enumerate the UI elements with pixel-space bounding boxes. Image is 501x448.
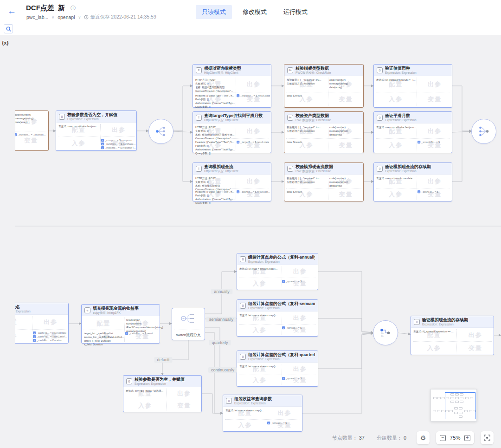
node-heading: 查询模拟现金流HttpClient节点: HttpClient <box>204 164 251 173</box>
project-select[interactable]: pwc_lab... <box>26 14 48 20</box>
node-body: 配置出参入参变量表达式: if(!==$){ throw "请选择... <box>123 387 201 412</box>
flow-node-expr-setfield-clip[interactable]: {}设置字段名Expression: Expression配置出参入参变量Rat… <box>15 303 69 344</box>
zoom-out-button[interactable]: − <box>440 435 446 441</box>
merge-node[interactable] <box>471 119 496 144</box>
node-heading: 设置字段名Expression: Expression <box>15 305 43 313</box>
back-button[interactable]: ← <box>7 6 16 15</box>
output-badge: x_smoothM... = $ <box>418 141 440 143</box>
fit-view-button[interactable] <box>481 431 494 444</box>
flow-node-check-clip[interactable]: 配置出参入参变量code(number) message(string) dat… <box>15 110 49 151</box>
last-saved: 最近保存 2022-06-21 14:35:59 <box>84 14 156 20</box>
node-subtitle: PWC数据校验: CheckRule <box>295 71 331 74</box>
flow-node-expr-duration-bottom[interactable]: {}验证模拟现金流的存续期Expression: Expression配置出参入… <box>411 316 494 355</box>
var-icon: x <box>101 143 104 145</box>
minimap-node <box>442 397 445 399</box>
flow-node-expr-formula-quarterly[interactable]: {}组装计算点差的公式（复利-quarterly）Expression: Exp… <box>237 351 318 387</box>
node-config-text: 表达式: let indicatorTypeObj = _i... <box>376 78 416 82</box>
expression-toolbox-icon[interactable]: {x} <box>2 40 9 45</box>
group-count-value: 0 <box>404 435 406 441</box>
node-title: 设置字段名 <box>15 305 43 310</box>
flow-node-check-asset[interactable]: ifs校验资产类型数据PWC数据校验: CheckRule配置出参入参变量校验规… <box>284 111 364 153</box>
quadrant-divider <box>225 419 300 420</box>
expr-node-icon: {} <box>377 67 383 73</box>
output-badge: x_spread... = $ <box>282 377 302 380</box>
flow-node-http-cashflow[interactable]: ≡查询模拟现金流HttpClient节点: HttpClient配置出参入参变量… <box>193 162 271 201</box>
quadrant-watermark: 入参 <box>389 95 403 104</box>
info-icon[interactable]: ⓘ <box>71 5 76 12</box>
zoom-in-button[interactable]: + <box>464 435 470 441</box>
node-header: {}组装收益率查询参数Expression: Expression <box>223 395 302 407</box>
node-header: {}验证估值币种Expression: Expression <box>374 65 452 76</box>
node-config-text: 校验规则: [ { "required": tru... 失败处理方式: exc… <box>287 176 321 184</box>
node-body: 配置出参入参变量target_list: _cashFlowList sourc… <box>82 316 160 343</box>
var-icon: x <box>418 141 420 143</box>
badge-text: _spread... = $ <box>286 377 302 380</box>
node-header: ifs校验模拟现金流数据PWC数据校验: CheckRule <box>284 163 363 175</box>
node-header: {}组装计算点差的公式（复利-annually）Expression: Expr… <box>237 253 318 265</box>
flow-node-script-interp[interactable]: ∿填充模拟现金流的收益率scipy插值: interp1PX配置出参入参变量ta… <box>81 304 160 344</box>
node-config-text: target_list: _cashFlowList source_list: … <box>84 331 124 346</box>
tab-readonly-mode[interactable]: 只读模式 <box>196 5 232 19</box>
route-node[interactable] <box>373 320 398 345</box>
flow-node-expr-formula-semiannually[interactable]: {}组装计算点差的公式（复利-semiannually）Expression: … <box>237 299 318 337</box>
node-config-text: HTTP方法: POST 失败重试: 0 名称: 查询targetType并找到… <box>195 125 234 140</box>
split-node[interactable] <box>148 119 173 144</box>
node-header: {}设置字段名Expression: Expression <box>15 303 68 315</box>
flow-canvas[interactable]: 配置出参入参变量code(number) message(string) dat… <box>0 35 501 448</box>
flow-node-expr-check-params[interactable]: {}校验参数是否为空，并赋值Expression: Expression配置出参… <box>56 110 137 151</box>
clipped-node-region: 配置出参入参变量code(number) message(string) dat… <box>15 110 49 151</box>
quadrant-watermark: 变量 <box>428 95 442 104</box>
output-badge: x_indicato... = $.indicatorT... <box>101 146 136 149</box>
flow-node-expr-smooth-months[interactable]: {}验证平滑月数Expression: Expression配置出参入参变量表达… <box>373 111 452 153</box>
quadrant-watermark: 出参 <box>177 390 191 398</box>
search-icon <box>6 26 11 32</box>
quadrant-watermark: 出参 <box>247 177 261 186</box>
quadrant-watermark: 入参 <box>427 344 441 352</box>
node-count-label: 节点数量： <box>332 435 358 442</box>
search-button[interactable] <box>4 24 13 33</box>
check-node-icon: ifs <box>287 166 293 172</box>
badge-text: _spread... = $ <box>286 326 302 329</box>
env-select[interactable]: openapi <box>58 14 75 20</box>
switch-label: switch流程分支 <box>172 332 205 338</box>
node-heading: 填充模拟现金流的收益率scipy插值: interp1PX <box>93 306 139 315</box>
flow-node-expr-check-params-bottom[interactable]: {}校验参数是否为空，并赋值Expression: Expression配置出参… <box>123 375 202 412</box>
node-title: 填充模拟现金流的收益率 <box>93 306 139 311</box>
minimap[interactable] <box>430 389 477 422</box>
node-subtitle: PWC数据校验: CheckRule <box>295 118 331 121</box>
badge-text: _cashFlo... = $ <box>421 190 438 193</box>
node-header: {}校验参数是否为空，并赋值Expression: Expression <box>56 111 136 123</box>
http-node-icon: ≡ <box>196 115 202 121</box>
app-header: ← DCF点差_新 ⓘ pwc_lab... ∨ openapi ∨ 最近保存 … <box>0 0 501 23</box>
flow-node-expr-valuation-currency[interactable]: {}验证估值币种Expression: Expression配置出参入参变量表达… <box>373 64 452 108</box>
quadrant-watermark: 出参 <box>112 126 126 134</box>
output-badges: x_spread... = $ <box>282 377 302 380</box>
quadrant-divider <box>239 375 316 375</box>
node-title: 查询模拟现金流 <box>204 164 251 169</box>
settings-button[interactable]: ⚙ <box>417 431 430 444</box>
node-body: 配置出参入参变量校验规则: [ { "required": tru... 失败处… <box>284 175 363 201</box>
tab-run-mode[interactable]: 运行模式 <box>277 5 314 19</box>
flow-node-expr-formula-annually[interactable]: {}组装计算点差的公式（复利-annually）Expression: Expr… <box>237 253 318 290</box>
mode-tabs: 只读模式 修改模式 运行模式 <box>196 5 314 19</box>
flow-node-check-indicator[interactable]: ifs校验指标类型数据PWC数据校验: CheckRule配置出参入参变量校验规… <box>284 64 364 108</box>
node-heading: 校验指标类型数据PWC数据校验: CheckRule <box>295 66 345 75</box>
output-badge: x_indicato... = $.result.data <box>237 94 270 97</box>
node-config-text: 校验规则: [ { "required": tru... 失败处理方式: exc… <box>287 125 321 133</box>
clipped-node-region: {}设置字段名Expression: Expression配置出参入参变量Rat… <box>15 303 69 344</box>
flow-node-http-indicator[interactable]: ≡根据id查询指标类型HttpClient节点: HttpClient配置出参入… <box>193 64 271 108</box>
flow-node-http-targettype[interactable]: ≡查询targetType并找到平滑月数HttpClient节点: HttpCl… <box>193 111 271 153</box>
quadrant-divider <box>239 324 316 325</box>
node-heading: 查询targetType并找到平滑月数HttpClient节点: HttpCli… <box>204 113 263 122</box>
node-header: {}组装计算点差的公式（复利-semiannually）Expression: … <box>237 300 318 312</box>
minimap-viewport[interactable] <box>445 392 475 419</box>
tab-edit-mode[interactable]: 修改模式 <box>237 5 273 19</box>
switch-branch-node[interactable]: switch流程分支 <box>172 308 205 340</box>
var-icon: x <box>237 94 239 97</box>
output-badges: x_cashFlo... = InterestRatex_cashFlo... … <box>33 331 67 342</box>
node-body: 配置出参入参变量表达式: let map = stream.map()...x_… <box>237 363 318 386</box>
flow-node-expr-yield-query[interactable]: {}组装收益率查询参数Expression: Expression配置出参入参变… <box>223 395 302 432</box>
flow-node-check-cashflow[interactable]: ifs校验模拟现金流数据PWC数据校验: CheckRule配置出参入参变量校验… <box>284 162 364 201</box>
flow-node-expr-duration-top[interactable]: {}验证模拟现金流的存续期Expression: Expression配置出参入… <box>373 162 452 201</box>
output-badges: x_compo... = $.compoun...x_purchas... = … <box>101 139 136 149</box>
